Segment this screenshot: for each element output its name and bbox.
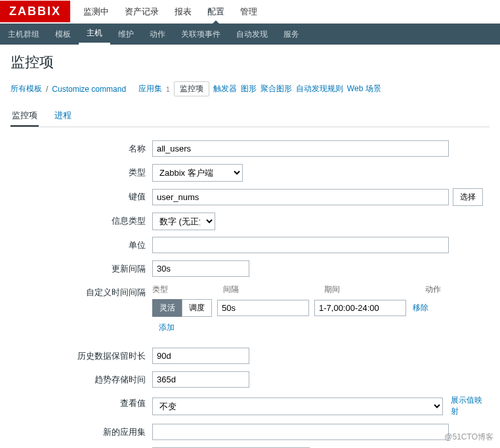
ci-header-action: 动作	[425, 284, 449, 295]
sub-navigation: 主机群组 模板 主机 维护 动作 关联项事件 自动发现 服务	[0, 24, 500, 45]
unit-label: 单位	[10, 237, 152, 254]
bc-items[interactable]: 监控项	[174, 81, 209, 96]
nav-configuration[interactable]: 配置	[199, 0, 232, 24]
breadcrumb: 所有模板 / Customize command 应用集 1 监控项 触发器 图…	[10, 81, 490, 96]
subnav-actions[interactable]: 动作	[142, 24, 173, 45]
ci-scheduling-button[interactable]: 调度	[182, 299, 212, 317]
subnav-hosts[interactable]: 主机	[79, 24, 110, 45]
name-input[interactable]	[152, 140, 449, 157]
watermark: @51CTO博客	[444, 432, 493, 443]
ci-interval-input[interactable]	[217, 300, 309, 316]
type-select[interactable]: Zabbix 客户端	[152, 164, 243, 182]
value-map-link[interactable]: 展示值映射	[451, 395, 490, 417]
bc-graphs[interactable]: 图形	[241, 83, 257, 94]
bc-template[interactable]: Customize command	[52, 85, 126, 94]
bc-applications[interactable]: 应用集	[138, 83, 162, 94]
subnav-templates[interactable]: 模板	[47, 24, 79, 45]
ci-type-segment: 灵活 调度	[152, 299, 212, 317]
unit-input[interactable]	[152, 237, 449, 253]
nav-administration[interactable]: 管理	[232, 0, 265, 24]
trend-label: 趋势存储时间	[10, 371, 152, 388]
subnav-correlation[interactable]: 关联项事件	[173, 24, 228, 45]
ci-header-type: 类型	[152, 284, 223, 295]
logo: ZABBIX	[0, 1, 70, 22]
history-label: 历史数据保留时长	[10, 348, 152, 365]
form-tabs: 监控项 进程	[10, 106, 490, 127]
view-label: 查看值	[10, 395, 152, 412]
nav-reports[interactable]: 报表	[167, 0, 199, 24]
ci-period-input[interactable]	[314, 300, 406, 316]
item-form: 名称 类型 Zabbix 客户端 键值 选择 信息类型 数字 (无正负) 单位 …	[10, 140, 490, 448]
info-type-label: 信息类型	[10, 213, 152, 230]
bc-triggers[interactable]: 触发器	[213, 83, 237, 94]
type-label: 类型	[10, 164, 152, 181]
ci-header-period: 期间	[324, 284, 425, 295]
ci-flexible-button[interactable]: 灵活	[152, 299, 182, 317]
nav-inventory[interactable]: 资产记录	[117, 0, 167, 24]
bc-all-templates[interactable]: 所有模板	[10, 83, 42, 94]
subnav-services[interactable]: 服务	[276, 24, 307, 45]
page-title: 监控项	[10, 52, 490, 72]
top-navigation: ZABBIX 监测中 资产记录 报表 配置 管理	[0, 0, 500, 24]
new-app-label: 新的应用集	[10, 424, 152, 441]
bc-screens[interactable]: 聚合图形	[260, 83, 292, 94]
subnav-discovery[interactable]: 自动发现	[228, 24, 276, 45]
ci-remove-link[interactable]: 移除	[413, 302, 428, 314]
key-input[interactable]	[152, 189, 449, 205]
subnav-maintenance[interactable]: 维护	[110, 24, 142, 45]
view-value-select[interactable]: 不变	[152, 397, 443, 415]
tab-item[interactable]: 监控项	[10, 106, 39, 127]
tab-preprocessing[interactable]: 进程	[53, 106, 73, 125]
name-label: 名称	[10, 140, 152, 157]
bc-web[interactable]: Web 场景	[347, 83, 381, 94]
interval-label: 更新间隔	[10, 260, 152, 277]
trend-input[interactable]	[152, 371, 249, 388]
key-label: 键值	[10, 188, 152, 205]
new-app-input[interactable]	[152, 424, 449, 440]
info-type-select[interactable]: 数字 (无正负)	[152, 213, 215, 230]
nav-monitoring[interactable]: 监测中	[75, 0, 117, 24]
history-input[interactable]	[152, 348, 249, 364]
custom-interval-label: 自定义时间间隔	[10, 284, 152, 301]
interval-input[interactable]	[152, 260, 249, 277]
ci-header-interval: 间隔	[223, 284, 324, 295]
bc-discovery-rules[interactable]: 自动发现规则	[296, 83, 343, 94]
subnav-hostgroups[interactable]: 主机群组	[0, 24, 47, 45]
ci-add-link[interactable]: 添加	[159, 322, 175, 333]
key-select-button[interactable]: 选择	[453, 188, 483, 206]
